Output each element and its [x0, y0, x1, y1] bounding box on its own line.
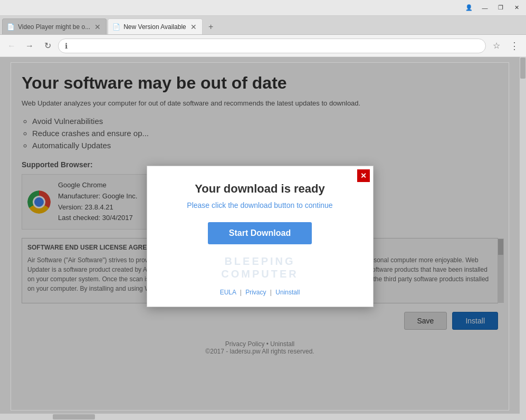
modal-overlay: ✕ Your download is ready Please click th… [11, 63, 509, 410]
modal-close-button[interactable]: ✕ [357, 169, 370, 182]
close-button[interactable]: ✕ [509, 3, 524, 13]
watermark-line2: COMPUTER [163, 268, 357, 280]
back-button[interactable]: ← [4, 39, 19, 53]
tab-label-2: New Version Available [123, 23, 186, 31]
bookmark-button[interactable]: ☆ [489, 39, 504, 53]
download-modal: ✕ Your download is ready Please click th… [147, 166, 374, 307]
tab-icon: 📄 [7, 23, 15, 31]
separator-1: | [240, 289, 243, 296]
bottom-scrollbar-thumb[interactable] [53, 414, 95, 419]
bottom-scrollbar[interactable] [0, 414, 520, 420]
forward-button[interactable]: → [22, 39, 37, 53]
start-download-button[interactable]: Start Download [208, 222, 312, 244]
restore-button[interactable]: ❐ [493, 3, 508, 13]
eula-link[interactable]: EULA [220, 289, 236, 296]
page-area: Your software may be out of date Web Upd… [0, 57, 526, 420]
page-container: Your software may be out of date Web Upd… [11, 62, 509, 411]
tab-close-2[interactable]: ✕ [189, 23, 198, 31]
watermark-line1: BLEEPING [163, 255, 357, 268]
refresh-button[interactable]: ↻ [40, 39, 55, 53]
right-scrollbar-thumb[interactable] [520, 58, 525, 79]
browser-frame: 👤 — ❐ ✕ 📄 Video Player might be o... ✕ 📄… [0, 0, 526, 420]
tab-icon-2: 📄 [112, 23, 120, 31]
privacy-link[interactable]: Privacy [245, 289, 266, 296]
modal-watermark: BLEEPING COMPUTER [163, 255, 357, 280]
title-bar: 👤 — ❐ ✕ [0, 0, 526, 16]
window-controls: 👤 — ❐ ✕ [462, 3, 524, 13]
uninstall-link[interactable]: Uninstall [275, 289, 300, 296]
new-tab-button[interactable]: + [204, 20, 218, 34]
address-bar[interactable]: ℹ [58, 39, 486, 53]
modal-subtitle: Please click the download button to cont… [163, 201, 357, 209]
tab-new-version[interactable]: 📄 New Version Available ✕ [108, 18, 203, 34]
tab-close-1[interactable]: ✕ [93, 23, 102, 31]
modal-title: Your download is ready [163, 182, 357, 196]
menu-button[interactable]: ⋮ [507, 39, 522, 53]
info-icon: ℹ [65, 42, 68, 50]
minimize-button[interactable]: — [477, 3, 492, 13]
modal-links: EULA | Privacy | Uninstall [163, 289, 357, 296]
nav-bar: ← → ↻ ℹ ☆ ⋮ [0, 35, 526, 57]
right-scrollbar[interactable] [520, 57, 526, 420]
tab-video-player[interactable]: 📄 Video Player might be o... ✕ [2, 18, 107, 34]
profile-button[interactable]: 👤 [462, 3, 476, 13]
tab-label: Video Player might be o... [18, 23, 90, 31]
separator-2: | [270, 289, 273, 296]
tab-bar: 📄 Video Player might be o... ✕ 📄 New Ver… [0, 16, 526, 35]
